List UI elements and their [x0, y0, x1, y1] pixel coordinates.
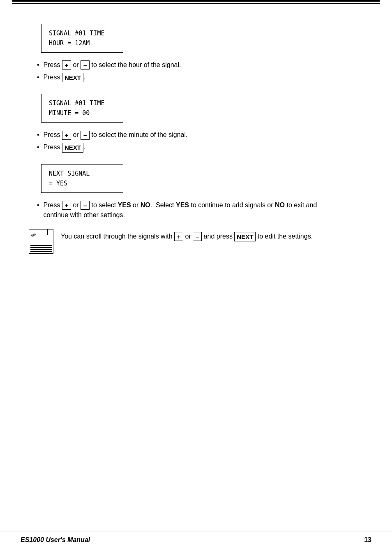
top-border-thick	[12, 0, 380, 2]
paper-line	[30, 245, 52, 246]
pencil-icon: ✏	[30, 230, 38, 239]
plus-button-3[interactable]: +	[62, 201, 71, 210]
paper-line	[30, 249, 52, 250]
footer-title: ES1000 User's Manual	[21, 536, 90, 544]
note-icon: ✏	[29, 229, 53, 254]
bullet-5: Press + or – to select YES or NO. Select…	[37, 200, 363, 220]
minus-button-2[interactable]: –	[81, 131, 90, 140]
bullet-4-text: Press NEXT.	[44, 142, 85, 153]
paper-lines	[30, 245, 52, 252]
dog-ear	[47, 229, 53, 235]
bullet-3-text: Press + or – to select the minute of the…	[44, 130, 188, 140]
note-box: ✏ You can scroll through the signals wit…	[29, 229, 363, 254]
next-key-note[interactable]: NEXT	[234, 232, 256, 242]
bullet-4: Press NEXT.	[37, 142, 363, 153]
lcd1-line2: HOUR = 12AM	[49, 38, 115, 48]
lcd-box-3: NEXT SIGNAL = YES	[41, 164, 123, 193]
minus-button-note[interactable]: –	[193, 232, 202, 241]
footer-page: 13	[364, 536, 371, 544]
lcd-box-2: SIGNAL #01 TIME MINUTE = 00	[41, 94, 123, 123]
lcd-box-1: SIGNAL #01 TIME HOUR = 12AM	[41, 24, 123, 53]
next-key-2[interactable]: NEXT	[62, 143, 83, 153]
minus-button-3[interactable]: –	[81, 201, 90, 210]
plus-button-1[interactable]: +	[62, 60, 71, 70]
lcd2-line2: MINUTE = 00	[49, 108, 115, 118]
lcd2-line1: SIGNAL #01 TIME	[49, 98, 115, 108]
paper-line	[30, 247, 52, 248]
next-key-1[interactable]: NEXT	[62, 73, 83, 83]
minus-button-1[interactable]: –	[81, 60, 90, 70]
bullet-2-text: Press NEXT.	[44, 72, 85, 83]
bullet-5-text: Press + or – to select YES or NO. Select…	[44, 200, 363, 220]
bullet-2: Press NEXT.	[37, 72, 363, 83]
plus-button-note[interactable]: +	[174, 232, 183, 241]
lcd3-line1: NEXT SIGNAL	[49, 169, 115, 178]
bullet-1: Press + or – to select the hour of the s…	[37, 60, 363, 70]
paper-line	[30, 251, 52, 252]
note-text: You can scroll through the signals with …	[61, 229, 313, 242]
lcd1-line1: SIGNAL #01 TIME	[49, 28, 115, 38]
footer: ES1000 User's Manual 13	[0, 531, 392, 544]
plus-button-2[interactable]: +	[62, 131, 71, 140]
bullet-1-text: Press + or – to select the hour of the s…	[44, 60, 181, 70]
lcd3-line2: = YES	[49, 178, 115, 188]
bullet-3: Press + or – to select the minute of the…	[37, 130, 363, 140]
